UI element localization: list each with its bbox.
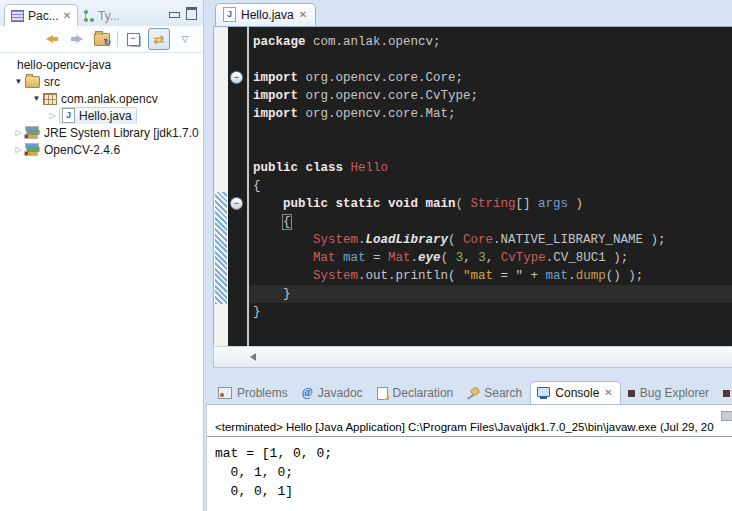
- console-view-tab-javadoc[interactable]: @Javadoc: [296, 381, 370, 404]
- code-line: }: [249, 285, 732, 303]
- problems-icon: [218, 387, 232, 399]
- package-icon: [43, 93, 57, 105]
- console-view-tab-bug-explorer[interactable]: Bug Explorer: [622, 382, 716, 404]
- collapse-all-button[interactable]: −: [123, 29, 143, 49]
- code-token: Core: [463, 233, 493, 247]
- view-tab-ty[interactable]: Ty...: [78, 5, 126, 26]
- java-file-icon: J: [223, 7, 236, 22]
- console-view-tab-problems[interactable]: Problems: [212, 382, 295, 404]
- expand-arrow[interactable]: ▷: [12, 145, 25, 154]
- up-icon: [94, 33, 110, 46]
- console-view-tab-search[interactable]: Search: [461, 382, 529, 404]
- library-icon: [25, 144, 40, 156]
- fold-collapse-icon[interactable]: −: [230, 197, 243, 210]
- code-line: package com.anlak.opencv;: [249, 33, 732, 51]
- console-view-tab-declaration[interactable]: Declaration: [371, 382, 461, 404]
- close-icon[interactable]: ✕: [63, 11, 71, 21]
- code-token: .NATIVE_LIBRARY_NAME );: [493, 233, 666, 247]
- up-button[interactable]: [92, 29, 112, 49]
- code-line: {: [249, 177, 732, 195]
- editor-panel: J Hello.java ✕ − − package com.anlak.ope…: [213, 2, 732, 368]
- code-token: org.opencv.core.CvType;: [298, 89, 478, 103]
- library-icon: [25, 127, 40, 139]
- code-token: [253, 251, 313, 265]
- code-token: String: [471, 197, 516, 211]
- expand-arrow[interactable]: ▷: [12, 128, 25, 137]
- code-token: .out.println(: [358, 269, 463, 283]
- code-token: {: [283, 215, 291, 229]
- code-token: }: [253, 287, 291, 301]
- scroll-left-arrow[interactable]: [250, 353, 256, 361]
- code-line: {: [249, 213, 732, 231]
- package-explorer-toolbar: −⇄▽: [0, 26, 203, 53]
- tree-item-com-anlak-opencv[interactable]: ▼com.anlak.opencv: [0, 90, 203, 107]
- package-folder-icon: [25, 76, 40, 88]
- code-token: [253, 233, 313, 247]
- tree-item-jre-system-library-jdk1-7-0[interactable]: ▷JRE System Library [jdk1.7.0: [0, 124, 203, 141]
- package-explorer-icon: [11, 10, 24, 22]
- console-toolbar-clipped-icon[interactable]: [721, 411, 732, 421]
- code-token: mat: [546, 269, 569, 283]
- console-view-tab-bug[interactable]: Bug: [717, 382, 732, 404]
- code-line: public static void main( String[] args ): [249, 195, 732, 213]
- back-button[interactable]: [42, 29, 62, 49]
- expand-arrow[interactable]: ▼: [12, 77, 25, 86]
- code-token: .CV_8UC1 );: [546, 251, 629, 265]
- code-token: import: [253, 89, 298, 103]
- fold-collapse-icon[interactable]: −: [230, 71, 243, 84]
- code-token: "mat: [463, 269, 493, 283]
- toolbar-separator: [117, 31, 118, 47]
- code-editor[interactable]: package com.anlak.opencv; import org.ope…: [249, 33, 732, 321]
- expand-arrow[interactable]: ▼: [30, 94, 43, 103]
- link-with-editor-icon: ⇄: [154, 32, 165, 47]
- code-line: import org.opencv.core.Mat;: [249, 105, 732, 123]
- panel-window-buttons: [169, 7, 203, 26]
- console-output-line: mat = [1, 0, 0;: [215, 444, 732, 463]
- maximize-icon[interactable]: [186, 7, 197, 20]
- tree-item-label: JRE System Library [jdk1.7.0: [44, 126, 199, 140]
- link-with-editor-button[interactable]: ⇄: [148, 28, 170, 50]
- expand-arrow[interactable]: ▷: [46, 111, 59, 120]
- tree-item-opencv-2-4-6[interactable]: ▷OpenCV-2.4.6: [0, 141, 203, 158]
- horizontal-scrollbar[interactable]: [213, 346, 732, 368]
- code-token: Hello: [351, 161, 389, 175]
- tree-item-hello-java[interactable]: ▷JHello.java: [0, 107, 203, 124]
- editor-tab-hello-java[interactable]: J Hello.java ✕: [215, 3, 316, 26]
- bug-icon: [723, 390, 730, 397]
- view-tab-label: Pac...: [28, 9, 59, 23]
- code-token: args: [538, 197, 568, 211]
- view-tab-pac[interactable]: Pac...✕: [4, 4, 78, 26]
- code-token: .: [568, 269, 576, 283]
- code-token: [336, 251, 344, 265]
- annotation-ruler[interactable]: [214, 27, 228, 347]
- console-tab-label: Problems: [237, 386, 288, 400]
- code-line: [249, 51, 732, 69]
- tree-item-label: hello-opencv-java: [17, 58, 111, 72]
- code-line: [249, 123, 732, 141]
- console-tab-label: Javadoc: [318, 386, 363, 400]
- console-process-title: <terminated> Hello [Java Application] C:…: [207, 421, 732, 437]
- code-token: .: [358, 233, 366, 247]
- code-token: com.anlak.opencv;: [306, 35, 441, 49]
- bug-icon: [628, 390, 635, 397]
- console-panel: Problems@JavadocDeclarationSearchConsole…: [206, 378, 732, 511]
- package-explorer-tabbar: Pac...✕Ty...: [0, 0, 203, 26]
- code-token: (: [456, 197, 471, 211]
- console-tab-label: Console: [555, 386, 599, 400]
- code-token: import: [253, 107, 298, 121]
- code-line: import org.opencv.core.Core;: [249, 69, 732, 87]
- minimize-icon[interactable]: [169, 12, 180, 18]
- console-view-tab-console[interactable]: Console✕: [530, 381, 620, 404]
- code-line: Mat mat = Mat.eye( 3, 3, CvType.CV_8UC1 …: [249, 249, 732, 267]
- code-token: System: [313, 269, 358, 283]
- tree-item-hello-opencv-java[interactable]: hello-opencv-java: [0, 56, 203, 73]
- console-icon: [537, 387, 550, 399]
- code-line: public class Hello: [249, 159, 732, 177]
- close-icon[interactable]: ✕: [299, 10, 307, 20]
- forward-button[interactable]: [67, 29, 87, 49]
- close-icon[interactable]: ✕: [604, 388, 612, 398]
- code-token: (: [441, 251, 456, 265]
- view-menu-button[interactable]: ▽: [175, 29, 195, 49]
- console-output[interactable]: mat = [1, 0, 0; 0, 1, 0; 0, 0, 1]: [207, 437, 732, 501]
- tree-item-src[interactable]: ▼src: [0, 73, 203, 90]
